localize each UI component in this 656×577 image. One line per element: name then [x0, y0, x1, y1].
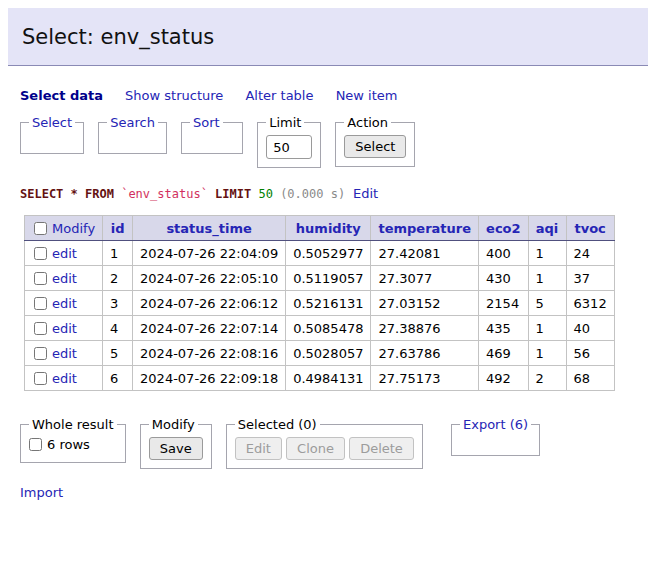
sql-keyword-select: SELECT * FROM	[20, 187, 114, 201]
nav-new-item[interactable]: New item	[336, 88, 398, 103]
results-table: Modify id status_time humidity temperatu…	[24, 215, 615, 391]
row-checkbox[interactable]	[34, 272, 47, 285]
edit-link[interactable]: edit	[52, 271, 77, 286]
delete-button[interactable]: Delete	[349, 437, 414, 460]
cell-humidity: 0.4984131	[286, 366, 371, 391]
cell-status-time: 2024-07-26 22:05:10	[133, 266, 286, 291]
col-header-id-link[interactable]: id	[111, 221, 125, 236]
cell-eco2: 492	[479, 366, 529, 391]
row-modify-cell: edit	[25, 316, 103, 341]
save-button[interactable]: Save	[149, 437, 203, 460]
fieldset-select: Select	[20, 115, 84, 154]
col-header-humidity-link[interactable]: humidity	[296, 221, 361, 236]
cell-humidity: 0.5028057	[286, 341, 371, 366]
sql-code: SELECT * FROM `env_status` LIMIT 50 (0.0…	[20, 187, 345, 201]
cell-temperature: 27.75173	[371, 366, 479, 391]
all-rows-checkbox[interactable]	[29, 438, 42, 451]
select-button[interactable]: Select	[344, 135, 406, 158]
select-all-checkbox[interactable]	[34, 222, 47, 235]
import-link[interactable]: Import	[20, 485, 63, 500]
nav-show-structure[interactable]: Show structure	[125, 88, 223, 103]
cell-temperature: 27.03152	[371, 291, 479, 316]
select-legend-link[interactable]: Select	[32, 115, 72, 130]
fieldset-limit: Limit	[257, 115, 321, 168]
search-legend-link[interactable]: Search	[110, 115, 155, 130]
cell-eco2: 2154	[479, 291, 529, 316]
cell-temperature: 27.38876	[371, 316, 479, 341]
edit-link[interactable]: edit	[52, 371, 77, 386]
clone-button[interactable]: Clone	[286, 437, 345, 460]
cell-aqi: 1	[528, 316, 566, 341]
row-modify-cell: edit	[25, 241, 103, 266]
cell-status-time: 2024-07-26 22:07:14	[133, 316, 286, 341]
edit-selected-button[interactable]: Edit	[235, 437, 282, 460]
row-modify-cell: edit	[25, 291, 103, 316]
action-legend: Action	[344, 115, 391, 130]
cell-temperature: 27.42081	[371, 241, 479, 266]
sql-limit-value: 50	[258, 187, 272, 201]
col-header-tvoc-link[interactable]: tvoc	[574, 221, 605, 236]
nav-select-data[interactable]: Select data	[20, 88, 103, 103]
cell-id: 4	[103, 316, 133, 341]
cell-aqi: 1	[528, 266, 566, 291]
cell-tvoc: 6312	[566, 291, 614, 316]
cell-id: 5	[103, 341, 133, 366]
table-row: edit 4 2024-07-26 22:07:14 0.5085478 27.…	[25, 316, 615, 341]
edit-link[interactable]: edit	[52, 346, 77, 361]
select-options-form: Select Search Sort Limit Action Select	[20, 115, 636, 168]
limit-input[interactable]	[266, 135, 312, 159]
cell-tvoc: 40	[566, 316, 614, 341]
edit-link[interactable]: edit	[52, 321, 77, 336]
search-fieldset-body	[107, 135, 158, 145]
table-nav: Select data Show structure Alter table N…	[20, 88, 636, 103]
sql-keyword-limit: LIMIT	[215, 187, 251, 201]
col-header-temperature-link[interactable]: temperature	[378, 221, 471, 236]
sql-exec-time: (0.000 s)	[280, 187, 345, 201]
fieldset-action: Action Select	[335, 115, 415, 167]
select-legend: Select	[29, 115, 75, 130]
table-row: edit 2 2024-07-26 22:05:10 0.5119057 27.…	[25, 266, 615, 291]
col-header-eco2-link[interactable]: eco2	[486, 221, 521, 236]
cell-humidity: 0.5085478	[286, 316, 371, 341]
cell-humidity: 0.5052977	[286, 241, 371, 266]
selected-legend: Selected (0)	[235, 417, 320, 432]
cell-tvoc: 68	[566, 366, 614, 391]
table-row: edit 3 2024-07-26 22:06:12 0.5216131 27.…	[25, 291, 615, 316]
select-fieldset-body	[29, 135, 75, 145]
cell-eco2: 430	[479, 266, 529, 291]
col-header-status-time-link[interactable]: status_time	[166, 221, 251, 236]
cell-aqi: 5	[528, 291, 566, 316]
all-rows-label[interactable]: 6 rows	[29, 437, 90, 452]
row-checkbox[interactable]	[34, 247, 47, 260]
row-checkbox[interactable]	[34, 347, 47, 360]
col-header-aqi: aqi	[528, 216, 566, 241]
fieldset-modify: Modify Save	[140, 417, 212, 469]
row-checkbox[interactable]	[34, 297, 47, 310]
sql-table-name[interactable]: `env_status`	[121, 187, 208, 201]
col-header-aqi-link[interactable]: aqi	[536, 221, 559, 236]
cell-temperature: 27.63786	[371, 341, 479, 366]
edit-link[interactable]: edit	[52, 296, 77, 311]
sql-edit-link[interactable]: Edit	[353, 186, 378, 201]
export-legend-link[interactable]: Export (6)	[463, 417, 528, 432]
nav-alter-table[interactable]: Alter table	[245, 88, 313, 103]
cell-id: 6	[103, 366, 133, 391]
cell-aqi: 1	[528, 241, 566, 266]
fieldset-search: Search	[98, 115, 167, 154]
cell-id: 2	[103, 266, 133, 291]
edit-link[interactable]: edit	[52, 246, 77, 261]
cell-status-time: 2024-07-26 22:08:16	[133, 341, 286, 366]
col-header-humidity: humidity	[286, 216, 371, 241]
row-checkbox[interactable]	[34, 322, 47, 335]
whole-result-legend: Whole result	[29, 417, 117, 432]
cell-aqi: 2	[528, 366, 566, 391]
result-actions-form: Whole result 6 rows Modify Save Selected…	[20, 417, 636, 469]
cell-tvoc: 37	[566, 266, 614, 291]
cell-status-time: 2024-07-26 22:06:12	[133, 291, 286, 316]
modify-header-link[interactable]: Modify	[52, 221, 95, 236]
sort-legend-link[interactable]: Sort	[193, 115, 220, 130]
all-rows-count: 6 rows	[47, 437, 90, 452]
row-modify-cell: edit	[25, 266, 103, 291]
fieldset-sort: Sort	[181, 115, 243, 154]
row-checkbox[interactable]	[34, 372, 47, 385]
